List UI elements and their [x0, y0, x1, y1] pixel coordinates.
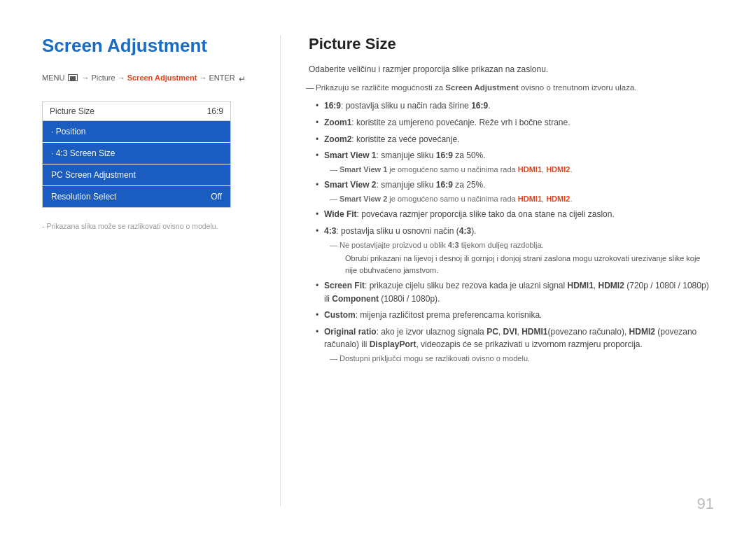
term-zoom1: Zoom1	[324, 118, 351, 127]
enter-label: ENTER	[209, 73, 234, 82]
list-item-smartview1: Smart View 1: smanjuje sliku 16:9 za 50%…	[316, 149, 714, 175]
or-pc: PC	[486, 327, 498, 337]
menu-item-resolution[interactable]: Resolution Select Off	[43, 186, 230, 207]
menu-label: MENU	[42, 73, 64, 82]
page-number: 91	[697, 495, 714, 513]
screen-adjustment-term: Screen Adjustment	[445, 83, 518, 92]
sf-hdmi2: HDMI2	[598, 281, 624, 290]
list-item-original-ratio: Original ratio: ako je izvor ulaznog sig…	[316, 325, 714, 365]
menu-path: MENU → Picture → Screen Adjustment → ENT…	[42, 73, 259, 82]
term-43: 4:3	[324, 226, 336, 236]
menu-arrow1: →	[81, 73, 89, 82]
list-item-custom: Custom: mijenja različitost prema prefer…	[316, 309, 714, 322]
bullet-list: 16:9: postavlja sliku u način rada širin…	[309, 99, 714, 364]
menu-header-row: Picture Size 16:9	[43, 102, 230, 121]
or-hdmi1: HDMI1	[522, 327, 547, 337]
menu-item-position[interactable]: · Position	[43, 121, 230, 142]
menu-arrow3: →	[199, 73, 206, 82]
sub-smartview1: Smart View 1 je omogućeno samo u načinim…	[324, 164, 714, 176]
sub-43-2: Obrubi prikazani na lijevoj i desnoj ili…	[324, 253, 714, 276]
or-hdmi2: HDMI2	[629, 327, 655, 337]
term-43b: 4:3	[459, 226, 471, 236]
list-item-169: 16:9: postavlja sliku u način rada širin…	[316, 99, 714, 113]
menu-item-label: · Position	[51, 127, 85, 136]
term-original-ratio: Original ratio	[324, 327, 377, 337]
sub-sv2-hdmi2: HDMI2	[546, 195, 570, 203]
sub-sv1-hdmi1: HDMI1	[518, 165, 542, 174]
sf-hdmi1: HDMI1	[568, 281, 594, 290]
sf-component: Component	[332, 294, 379, 304]
left-column: Screen Adjustment MENU → Picture → Scree…	[42, 35, 280, 506]
section-title: Screen Adjustment	[42, 35, 259, 57]
menu-item-pc-screen[interactable]: PC Screen Adjustment	[43, 164, 230, 185]
list-item-screenfit: Screen Fit: prikazuje cijelu sliku bez r…	[316, 279, 714, 305]
term-sv1-169: 16:9	[436, 150, 453, 160]
menu-box: Picture Size 16:9 · Position · 4:3 Scree…	[42, 101, 231, 208]
list-item-widefit: Wide Fit: povećava razmjer proporcija sl…	[316, 208, 714, 221]
menu-icon	[68, 74, 78, 81]
sub-sv1-term: Smart View 1	[340, 165, 387, 174]
term-169b: 16:9	[471, 101, 488, 111]
term-sv2-169: 16:9	[436, 180, 453, 190]
or-dvi: DVI	[503, 327, 517, 337]
sub-sv2-term: Smart View 2	[340, 195, 387, 203]
menu-header-label: Picture Size	[50, 106, 94, 116]
sub-sv1-hdmi2: HDMI2	[546, 165, 570, 174]
menu-item-label: · 4:3 Screen Size	[51, 148, 115, 158]
sub-sv2-hdmi1: HDMI1	[518, 195, 542, 203]
menu-picture: Picture	[91, 73, 115, 82]
term-screenfit: Screen Fit	[324, 281, 365, 290]
sub-original-ratio: Dostupni priključci mogu se razlikovati …	[324, 353, 714, 365]
right-column: Picture Size Odaberite veličinu i razmje…	[280, 35, 714, 506]
menu-item-label: PC Screen Adjustment	[51, 170, 136, 180]
menu-header-value: 16:9	[207, 106, 223, 116]
term-widefit: Wide Fit	[324, 209, 357, 219]
list-item-43: 4:3: postavlja sliku u osnovni način (4:…	[316, 225, 714, 276]
term-custom: Custom	[324, 310, 356, 320]
list-item-zoom1: Zoom1: koristite za umjereno povećanje. …	[316, 116, 714, 129]
sub-43-1: Ne postavljajte proizvod u oblik 4:3 tij…	[324, 239, 714, 251]
term-169: 16:9	[324, 101, 341, 111]
dash-note: Prikazuju se različite mogućnosti za Scr…	[309, 82, 714, 94]
menu-item-43screen[interactable]: · 4:3 Screen Size	[43, 143, 230, 164]
enter-icon	[239, 74, 248, 81]
term-sv2: Smart View 2	[324, 180, 376, 190]
menu-arrow2: →	[118, 73, 125, 82]
menu-item-value: Off	[211, 192, 222, 202]
right-title: Picture Size	[309, 35, 714, 53]
sub-43-bold: 4:3	[448, 241, 459, 249]
menu-item-label: Resolution Select	[51, 192, 116, 202]
sub-smartview2: Smart View 2 je omogućeno samo u načinim…	[324, 193, 714, 205]
menu-screen-adjustment: Screen Adjustment	[127, 73, 197, 82]
left-note: Prikazana slika može se razlikovati ovis…	[42, 222, 259, 230]
list-item-smartview2: Smart View 2: smanjuje sliku 16:9 za 25%…	[316, 178, 714, 204]
term-sv1: Smart View 1	[324, 150, 376, 160]
intro-text: Odaberite veličinu i razmjer proporcija …	[309, 63, 714, 76]
or-dp: DisplayPort	[370, 339, 416, 349]
term-zoom2: Zoom2	[324, 134, 351, 144]
list-item-zoom2: Zoom2: koristite za veće povećanje.	[316, 133, 714, 146]
